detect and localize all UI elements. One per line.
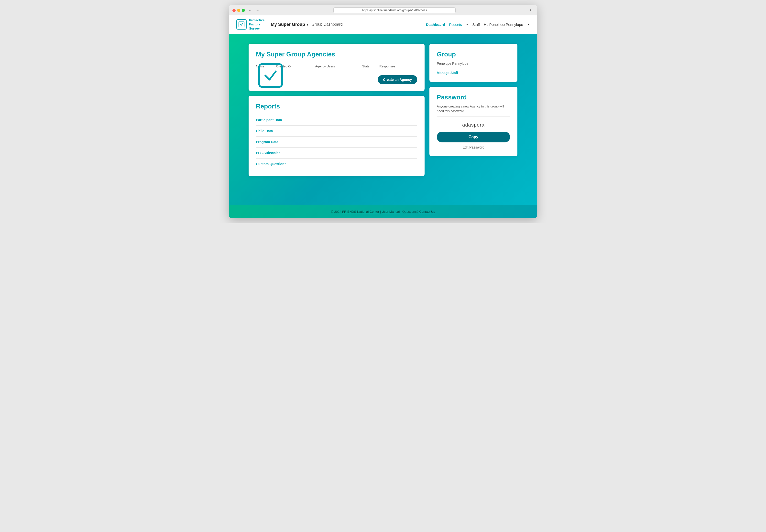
- footer-sep2: | Questions?: [401, 210, 419, 213]
- report-custom-questions[interactable]: Custom Questions: [256, 159, 417, 169]
- back-button[interactable]: ←: [247, 8, 252, 13]
- logo-text: Protective Factors Survey: [249, 18, 264, 31]
- friends-link[interactable]: FRIENDS National Center: [342, 210, 379, 213]
- close-button[interactable]: [232, 9, 236, 12]
- site-nav: Protective Factors Survey My Super Group…: [229, 15, 537, 34]
- report-child-data[interactable]: Child Data: [256, 126, 417, 137]
- col-created-on: Created On: [276, 63, 315, 70]
- edit-password-link[interactable]: Edit Password: [437, 145, 510, 149]
- nav-group: My Super Group ▼ Group Dashboard: [271, 22, 343, 27]
- logo-icon: [236, 19, 247, 30]
- agencies-table-footer: Create an Agency: [256, 75, 417, 84]
- agencies-title: My Super Group Agencies: [256, 51, 417, 58]
- report-participant-data[interactable]: Participant Data: [256, 115, 417, 126]
- reports-title: Reports: [256, 103, 417, 110]
- url-text: https://pfsonline.friendsnrc.org/groups/…: [336, 9, 453, 12]
- reload-button[interactable]: ↻: [529, 8, 534, 13]
- contact-us-link[interactable]: Contact Us: [419, 210, 435, 213]
- traffic-lights: [232, 9, 245, 12]
- password-value: adaspera: [437, 119, 510, 131]
- group-dropdown-arrow[interactable]: ▼: [306, 23, 309, 26]
- main-content: My Super Group Agencies Name Created On …: [229, 34, 537, 205]
- svg-rect-0: [239, 22, 244, 27]
- col-name: Name: [256, 63, 276, 70]
- user-menu[interactable]: Hi, Penelope Pennylope: [484, 22, 523, 27]
- minimize-button[interactable]: [237, 9, 240, 12]
- user-manual-link[interactable]: User Manual: [382, 210, 400, 213]
- password-card: Password Anyone creating a new Agency in…: [430, 87, 518, 156]
- col-responses: Responses: [379, 63, 417, 70]
- footer-copyright: © 2024: [331, 210, 341, 213]
- reports-card: Reports Participant Data Child Data Prog…: [248, 96, 425, 176]
- left-col: My Super Group Agencies Name Created On …: [248, 44, 425, 176]
- group-card: Group Penelope Pennylope Manage Staff: [430, 44, 518, 82]
- group-name-link[interactable]: My Super Group: [271, 22, 305, 27]
- col-agency-users: Agency Users: [315, 63, 362, 70]
- password-description: Anyone creating a new Agency in this gro…: [437, 104, 510, 114]
- maximize-button[interactable]: [242, 9, 245, 12]
- manage-staff-link[interactable]: Manage Staff: [437, 71, 458, 75]
- dashboard-link[interactable]: Dashboard: [426, 22, 445, 27]
- nav-right: Dashboard Reports ▼ Staff Hi, Penelope P…: [426, 22, 530, 27]
- content-grid: My Super Group Agencies Name Created On …: [248, 44, 518, 176]
- group-user-name: Penelope Pennylope: [437, 62, 510, 65]
- copy-button[interactable]: Copy: [437, 132, 510, 142]
- user-dropdown-arrow[interactable]: ▼: [527, 23, 530, 26]
- reports-link[interactable]: Reports: [449, 22, 462, 27]
- right-col: Group Penelope Pennylope Manage Staff Pa…: [430, 44, 518, 176]
- create-agency-button[interactable]: Create an Agency: [377, 75, 417, 84]
- password-card-title: Password: [437, 94, 510, 101]
- report-pfs-subscales[interactable]: PFS Subscales: [256, 148, 417, 159]
- reports-dropdown-arrow[interactable]: ▼: [466, 23, 469, 26]
- agencies-card: My Super Group Agencies Name Created On …: [248, 44, 425, 91]
- address-bar[interactable]: https://pfsonline.friendsnrc.org/groups/…: [333, 7, 456, 13]
- group-card-title: Group: [437, 51, 510, 58]
- site-footer: © 2024 FRIENDS National Center | User Ma…: [229, 205, 537, 218]
- group-dashboard-label: Group Dashboard: [311, 22, 343, 27]
- forward-button[interactable]: →: [255, 8, 260, 13]
- footer-sep1: |: [380, 210, 382, 213]
- col-stats: Stats: [362, 63, 379, 70]
- agencies-table: Name Created On Agency Users Stats Respo…: [256, 63, 417, 70]
- logo-area[interactable]: Protective Factors Survey: [236, 18, 264, 31]
- report-program-data[interactable]: Program Data: [256, 137, 417, 148]
- staff-link[interactable]: Staff: [473, 22, 480, 27]
- browser-chrome: ← → https://pfsonline.friendsnrc.org/gro…: [229, 5, 537, 15]
